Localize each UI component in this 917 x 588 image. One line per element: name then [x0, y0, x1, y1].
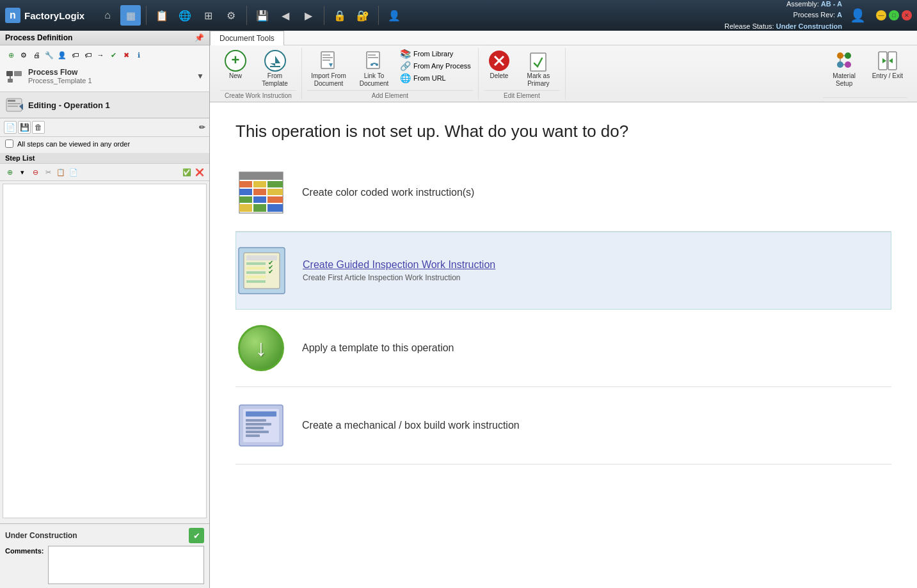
comments-input[interactable] — [48, 546, 204, 584]
remove-step-btn[interactable]: ⊖ — [29, 166, 41, 178]
from-any-process-button[interactable]: 🔗 From Any Process — [398, 60, 473, 72]
svg-point-30 — [837, 61, 843, 68]
from-template-button[interactable]: From Template — [253, 48, 296, 89]
status-check-button[interactable]: ✔ — [189, 528, 204, 543]
new-button[interactable]: + New — [220, 48, 251, 81]
ribbon-tabs: Document Tools — [210, 31, 917, 45]
from-library-label: From Library — [413, 50, 453, 58]
forward-icon[interactable]: ▶ — [298, 5, 319, 26]
apply-template-text: Apply a template to this operation — [302, 342, 891, 354]
status-label: Under Construction — [5, 531, 77, 540]
copy-step-btn[interactable]: 📋 — [55, 166, 67, 178]
maximize-button[interactable]: □ — [889, 10, 899, 20]
doc-view-btn[interactable]: 📄 — [4, 121, 17, 134]
filter-process-btn[interactable]: 🔧 — [44, 49, 55, 61]
entry-exit-button[interactable]: Entry / Exit — [868, 48, 907, 81]
delete-button[interactable]: Delete — [484, 48, 514, 81]
doc-delete-btn[interactable]: 🗑 — [32, 121, 45, 134]
remove-process-btn[interactable]: ✖ — [120, 49, 132, 61]
cut-step-btn[interactable]: ✂ — [42, 166, 54, 178]
svg-rect-68 — [246, 423, 271, 425]
from-url-button[interactable]: 🌐 From URL — [398, 72, 473, 84]
link-to-document-button[interactable]: Link To Document — [353, 48, 395, 89]
step-ok-btn[interactable]: ✅ — [181, 166, 193, 178]
order-checkbox-row: All steps can be viewed in any order — [0, 137, 209, 150]
color-coded-text: Create color coded work instruction(s) — [302, 187, 891, 198]
svg-rect-44 — [239, 189, 252, 195]
add-step-btn[interactable]: ⊕ — [4, 166, 15, 178]
material-entry-group-label — [823, 97, 907, 99]
logo-letter: n — [5, 8, 20, 23]
import-from-document-button[interactable]: Import From Document — [307, 48, 350, 89]
svg-rect-42 — [253, 181, 266, 187]
svg-rect-40 — [239, 172, 283, 180]
pin-icon[interactable]: 📌 — [195, 33, 204, 42]
secure-icon[interactable]: 🔐 — [353, 5, 373, 26]
import-doc-label: Import From Document — [311, 72, 346, 88]
svg-rect-70 — [246, 431, 269, 433]
from-template-label: From Template — [257, 72, 292, 88]
create-work-instruction-group: + New — [215, 48, 302, 99]
guided-inspection-option[interactable]: ✔ ✔ ✔ Create Guided Inspection Work Inst… — [235, 232, 891, 310]
toolbar-divider3 — [324, 6, 324, 25]
tag2-process-btn[interactable]: 🏷 — [82, 49, 93, 61]
close-button[interactable]: ✕ — [902, 10, 912, 20]
mechanical-title: Create a mechanical / box build work ins… — [302, 420, 891, 431]
guided-inspection-icon: ✔ ✔ ✔ — [236, 245, 287, 296]
step-cancel-btn[interactable]: ❌ — [194, 166, 205, 178]
mechanical-option[interactable]: Create a mechanical / box build work ins… — [235, 387, 891, 465]
user-profile-icon[interactable]: 👤 — [850, 8, 866, 23]
from-any-process-icon: 🔗 — [400, 61, 411, 71]
add-process-btn[interactable]: ⊕ — [5, 49, 17, 61]
globe-icon[interactable]: 🌐 — [175, 5, 195, 26]
link-doc-icon — [363, 49, 386, 72]
from-library-button[interactable]: 📚 From Library — [398, 48, 473, 60]
tab-document-tools[interactable]: Document Tools — [210, 31, 284, 45]
back-icon[interactable]: ◀ — [275, 5, 296, 26]
new-icon: + — [224, 49, 247, 72]
person-process-btn[interactable]: 👤 — [56, 49, 68, 61]
svg-rect-62 — [246, 276, 266, 278]
sidebar-title: Process Definition — [5, 33, 72, 42]
mark-primary-button[interactable]: Mark as Primary — [517, 48, 560, 89]
settings-process-btn[interactable]: ⚙ — [18, 49, 29, 61]
guided-inspection-title[interactable]: Create Guided Inspection Work Instructio… — [303, 259, 891, 271]
paper-icon[interactable]: 📋 — [152, 5, 172, 26]
comments-row: Comments: — [5, 546, 204, 584]
paste-step-btn[interactable]: 📄 — [68, 166, 79, 178]
home-icon[interactable]: ⌂ — [97, 5, 118, 26]
process-flow-chevron[interactable]: ▼ — [196, 72, 204, 81]
gear-icon[interactable]: ⚙ — [221, 5, 241, 26]
content-area: Document Tools + New — [210, 31, 917, 588]
svg-rect-45 — [253, 189, 266, 195]
svg-point-31 — [845, 61, 851, 68]
app-name: FactoryLogix — [24, 10, 84, 21]
info-process-btn[interactable]: ℹ — [133, 49, 145, 61]
user-add-icon[interactable]: 👤 — [384, 5, 404, 26]
minimize-button[interactable]: — — [876, 10, 886, 20]
arrow-process-btn[interactable]: → — [95, 49, 106, 61]
doc-save-btn[interactable]: 💾 — [18, 121, 31, 134]
guided-inspection-text: Create Guided Inspection Work Instructio… — [303, 259, 891, 282]
tag-process-btn[interactable]: 🏷 — [69, 49, 81, 61]
color-coded-option[interactable]: Create color coded work instruction(s) — [235, 161, 891, 232]
lock-icon[interactable]: 🔒 — [330, 5, 350, 26]
process-rev-value: A — [837, 11, 842, 19]
order-checkbox[interactable] — [5, 139, 13, 148]
doc-edit-btn[interactable]: ✏ — [199, 123, 205, 132]
from-template-icon — [264, 49, 287, 72]
svg-rect-21 — [368, 57, 378, 58]
svg-text:✔: ✔ — [268, 268, 273, 275]
green-process-btn[interactable]: ✔ — [108, 49, 119, 61]
save-icon[interactable]: 💾 — [252, 5, 273, 26]
print-process-btn[interactable]: 🖨 — [31, 49, 42, 61]
svg-rect-52 — [267, 204, 283, 212]
step-arrow-btn[interactable]: ▾ — [17, 166, 28, 178]
app-logo: n FactoryLogix — [5, 8, 84, 23]
material-setup-button[interactable]: Material Setup — [823, 48, 866, 89]
assembly-label: Assembly: — [786, 0, 819, 8]
editing-section: Editing - Operation 1 — [0, 92, 209, 118]
grid2-icon[interactable]: ⊞ — [198, 5, 218, 26]
apply-template-option[interactable]: ↓ Apply a template to this operation — [235, 310, 891, 387]
grid-icon[interactable]: ▦ — [120, 5, 141, 26]
